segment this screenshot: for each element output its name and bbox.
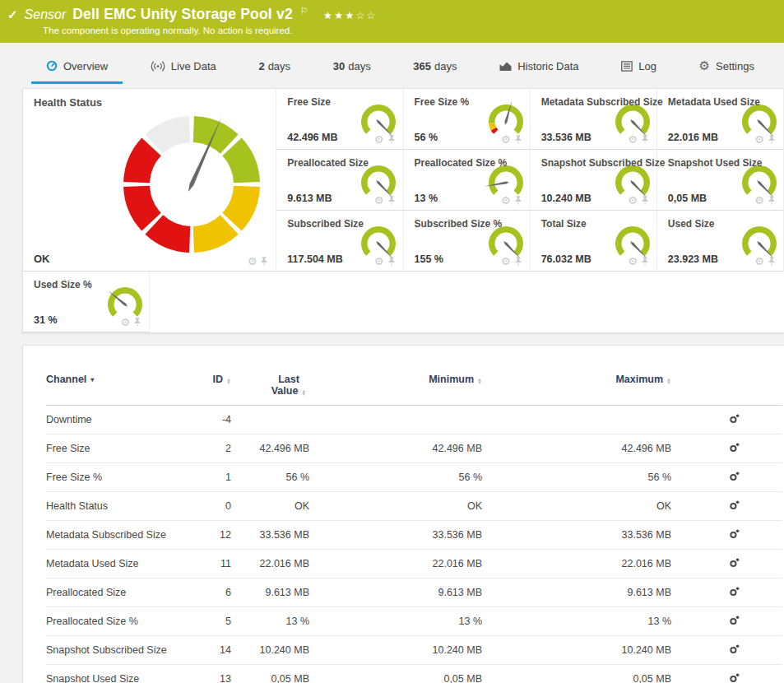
pin-icon[interactable] [387, 134, 396, 145]
tab-2-days[interactable]: 2days [244, 50, 305, 84]
tab-365-days[interactable]: 365days [398, 50, 471, 84]
gear-icon[interactable]: ⚙ [754, 196, 764, 206]
column-header-last-value[interactable]: Last Value▲▼ [268, 374, 309, 397]
pin-icon[interactable] [641, 256, 649, 267]
gauge-title: Snapshot Subscribed Size [541, 157, 666, 169]
cell-channel[interactable]: Downtime [46, 406, 190, 434]
priority-stars[interactable]: ★★★☆☆ [323, 9, 378, 21]
gear-icon: ⚙ [699, 62, 710, 70]
pin-icon[interactable] [768, 134, 776, 145]
cell-maximum: 42.496 MB [482, 434, 671, 463]
cell-maximum: 9.613 MB [482, 578, 671, 607]
gear-icon[interactable]: ⚙ [248, 257, 257, 267]
cell-channel[interactable]: Snapshot Subscribed Size [46, 636, 190, 665]
table-row-free-size: Free Size 2 42.496 MB 42.496 MB 42.496 M… [46, 434, 782, 463]
cell-id: 0 [190, 492, 231, 521]
gear-icon[interactable]: ⚙ [374, 135, 384, 145]
tab-label: days [348, 60, 370, 72]
pin-icon[interactable] [260, 256, 268, 267]
gauge-tile-subscribed-size-pct: Subscribed Size % 155 % ⚙ [404, 211, 531, 272]
gear-icon[interactable]: ⚙ [501, 257, 511, 267]
tab-log[interactable]: Log [606, 50, 671, 84]
table-row-downtime: Downtime -4 [46, 406, 782, 434]
table-row-snapshot-subscribed-size: Snapshot Subscribed Size 14 10.240 MB 10… [46, 636, 782, 665]
channel-table-body: Downtime -4 Free Size 2 42.496 MB 42.496… [46, 406, 782, 683]
cell-last-value: 22.016 MB [231, 550, 309, 578]
gear-icon[interactable]: ⚙ [628, 135, 638, 145]
pin-icon[interactable] [768, 195, 776, 206]
flag-icon[interactable]: ⚐ [300, 6, 308, 16]
pin-icon[interactable] [641, 134, 649, 145]
gear-icon[interactable]: ⚙ [754, 257, 764, 267]
gauge-value: 117.504 MB [287, 253, 342, 265]
cell-channel[interactable]: Metadata Subscribed Size [46, 521, 190, 550]
tab-settings[interactable]: ⚙Settings [684, 50, 769, 84]
cell-minimum: 22.016 MB [309, 550, 482, 578]
tab-overview[interactable]: Overview [31, 50, 123, 84]
pin-icon[interactable] [514, 256, 522, 267]
gauge-title: Free Size % [415, 96, 470, 108]
channel-settings-icon[interactable] [729, 413, 740, 424]
pin-icon[interactable] [514, 134, 522, 145]
gauge-title: Free Size [287, 96, 331, 108]
gauge-tile-snapshot-subscribed-size: Snapshot Subscribed Size 10.240 MB ⚙ [531, 150, 657, 211]
cell-channel[interactable]: Free Size % [46, 463, 190, 492]
cell-minimum: 13 % [309, 607, 482, 636]
pin-icon[interactable] [387, 195, 396, 206]
cell-channel[interactable]: Free Size [46, 434, 190, 463]
gauge-tile-metadata-subscribed-size: Metadata Subscribed Size 33.536 MB ⚙ [531, 89, 657, 150]
cell-channel[interactable]: Metadata Used Size [46, 550, 190, 578]
gear-icon[interactable]: ⚙ [628, 257, 638, 267]
gauge-title: Metadata Subscribed Size [541, 96, 663, 108]
channel-settings-icon[interactable] [729, 528, 740, 539]
table-row-metadata-used-size: Metadata Used Size 11 22.016 MB 22.016 M… [46, 550, 782, 578]
gauge-title: Snapshot Used Size [668, 157, 763, 169]
gauge-title: Health Status [34, 96, 102, 109]
gauge-tile-health-status: Health Status OK ⚙ [23, 89, 276, 272]
pin-icon[interactable] [768, 256, 776, 267]
channel-settings-icon[interactable] [729, 471, 740, 481]
channel-settings-icon[interactable] [729, 644, 740, 654]
pin-icon[interactable] [133, 317, 141, 328]
sensor-status-banner: ✓ Sensor Dell EMC Unity Storage Pool v2 … [0, 0, 784, 43]
gauge-value: 23.923 MB [668, 253, 718, 265]
table-row-preallocated-size-pct: Preallocated Size % 5 13 % 13 % 13 % [46, 607, 782, 636]
pin-icon[interactable] [641, 195, 649, 206]
column-header-minimum[interactable]: Minimum▲▼ [429, 374, 482, 385]
channel-settings-icon[interactable] [729, 586, 740, 597]
table-row-snapshot-used-size: Snapshot Used Size 13 0,05 MB 0,05 MB 0,… [46, 665, 782, 683]
gauge-tile-free-size: Free Size 42.496 MB ⚙ [276, 89, 403, 150]
column-header-id[interactable]: ID▲▼ [213, 374, 231, 385]
cell-minimum: OK [309, 492, 482, 521]
channel-settings-icon[interactable] [729, 442, 740, 453]
gear-icon[interactable]: ⚙ [754, 135, 764, 145]
channel-settings-icon[interactable] [729, 557, 740, 568]
pin-icon[interactable] [387, 256, 396, 267]
gauge-tile-total-size: Total Size 76.032 MB ⚙ [531, 211, 657, 272]
channel-settings-icon[interactable] [729, 615, 740, 625]
tab-historic-data[interactable]: Historic Data [485, 50, 593, 84]
cell-minimum: 33.536 MB [309, 521, 482, 550]
gear-icon[interactable]: ⚙ [121, 318, 131, 328]
gear-icon[interactable]: ⚙ [501, 135, 511, 145]
cell-channel[interactable]: Health Status [46, 492, 190, 521]
gear-icon[interactable]: ⚙ [628, 196, 638, 206]
gear-icon[interactable]: ⚙ [374, 257, 384, 267]
cell-channel[interactable]: Preallocated Size % [46, 607, 190, 636]
cell-channel[interactable]: Snapshot Used Size [46, 665, 190, 683]
channel-settings-icon[interactable] [729, 499, 740, 510]
tab-30-days[interactable]: 30days [318, 50, 386, 84]
column-header-maximum[interactable]: Maximum▲▼ [615, 374, 671, 385]
gear-icon[interactable]: ⚙ [501, 196, 511, 206]
cell-maximum [482, 406, 671, 434]
channel-settings-icon[interactable] [729, 672, 740, 683]
pin-icon[interactable] [514, 195, 522, 206]
gauge-value: 22.016 MB [668, 132, 718, 143]
cell-id: 14 [190, 636, 231, 665]
gear-icon[interactable]: ⚙ [374, 196, 384, 206]
column-header-channel[interactable]: Channel▾ [46, 374, 94, 385]
gauge-tile-used-size-pct: Used Size % 31 % ⚙ [23, 272, 150, 332]
cell-channel[interactable]: Preallocated Size [46, 578, 190, 607]
tab-number: 365 [413, 60, 431, 72]
tab-live-data[interactable]: Live Data [136, 50, 231, 84]
